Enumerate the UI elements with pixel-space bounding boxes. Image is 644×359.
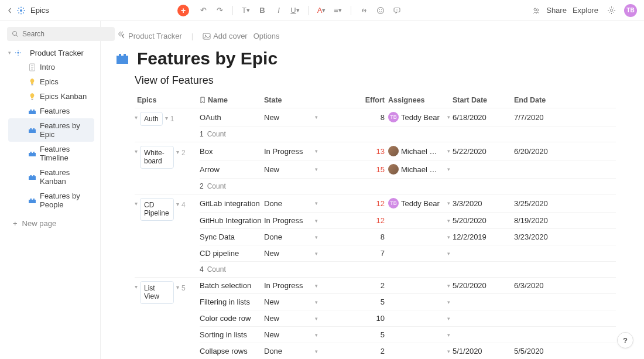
chevron-down-icon[interactable]: ▾ <box>315 316 318 322</box>
comment-icon[interactable] <box>390 4 404 18</box>
cell-state[interactable]: Done▾ <box>264 233 323 241</box>
chevron-down-icon[interactable]: ▾ <box>447 200 450 206</box>
table-row[interactable]: Batch selectionIn Progress▾2▾5/20/20206/… <box>200 278 616 294</box>
collapse-group-icon[interactable]: ▾ <box>135 112 138 121</box>
redo-icon[interactable]: ↷ <box>213 4 227 18</box>
add-button[interactable]: + <box>177 5 189 16</box>
chevron-down-icon[interactable]: ▾ <box>447 316 450 322</box>
table-row[interactable]: GitHub IntegrationIn Progress▾12▾5/20/20… <box>200 213 616 229</box>
text-style-dropdown[interactable]: T ▾ <box>239 4 253 18</box>
table-row[interactable]: Sorting in listsNew▾5▾ <box>200 327 616 343</box>
table-row[interactable]: OAuthNew▾8TBTeddy Bear▾6/18/20207/7/2020 <box>200 108 616 126</box>
sidebar-item-features-kanban[interactable]: Features Kanban <box>8 165 94 189</box>
undo-icon[interactable]: ↶ <box>196 4 210 18</box>
chevron-down-icon[interactable]: ▾ <box>315 218 318 224</box>
chevron-down-icon[interactable]: ▾ <box>315 251 318 257</box>
table-row[interactable]: Collapse rowsDone▾2▾5/1/20205/5/2020 <box>200 343 616 359</box>
col-epics[interactable]: Epics <box>135 96 200 104</box>
explore-button[interactable]: Explore <box>573 6 598 15</box>
chevron-down-icon[interactable]: ▾ <box>315 348 318 354</box>
cell-assignees[interactable]: Michael Du…▾ <box>388 146 453 156</box>
cell-state[interactable]: New▾ <box>264 113 323 122</box>
new-page-button[interactable]: + New page <box>2 214 98 233</box>
table-row[interactable]: Color code rowNew▾10▾ <box>200 310 616 327</box>
cell-state[interactable]: New▾ <box>264 298 323 306</box>
chevron-down-icon[interactable]: ▾ <box>315 299 318 305</box>
options-button[interactable]: Options <box>254 32 280 40</box>
cell-state[interactable]: In Progress▾ <box>264 216 323 225</box>
user-avatar[interactable]: TB <box>624 4 637 17</box>
col-start[interactable]: Start Date <box>453 96 514 104</box>
epic-pill[interactable]: White-board <box>140 146 174 169</box>
cell-state[interactable]: New▾ <box>264 165 323 174</box>
table-row[interactable]: CD pipelineNew▾7▾ <box>200 245 616 262</box>
cell-state[interactable]: New▾ <box>264 249 323 258</box>
chevron-down-icon[interactable]: ▾ <box>447 348 450 354</box>
chevron-down-icon[interactable]: ▾ <box>315 332 318 338</box>
chevron-down-icon[interactable]: ▾ <box>447 332 450 338</box>
chevron-down-icon[interactable]: ▾ <box>315 283 318 289</box>
table-row[interactable]: BoxIn Progress▾13Michael Du…▾5/22/20206/… <box>200 142 616 160</box>
sidebar-item-epics[interactable]: Epics <box>8 74 94 89</box>
col-effort[interactable]: Effort <box>369 96 388 104</box>
search-input[interactable] <box>7 27 115 41</box>
add-cover-button[interactable]: Add cover <box>203 32 248 40</box>
emoji-icon[interactable] <box>374 4 388 18</box>
col-state[interactable]: State <box>264 96 323 104</box>
chevron-down-icon[interactable]: ▾ <box>447 251 450 257</box>
breadcrumb-back[interactable]: Product Tracker <box>121 32 182 40</box>
cell-state[interactable]: In Progress▾ <box>264 147 323 156</box>
gear-icon[interactable] <box>604 4 618 18</box>
table-row[interactable]: GitLab integrationDone▾12TBTeddy Bear▾3/… <box>200 194 616 213</box>
chevron-down-icon[interactable]: ▾ <box>447 299 450 305</box>
col-assignees[interactable]: Assignees <box>388 96 453 104</box>
chevron-down-icon[interactable]: ▾ <box>315 114 318 120</box>
sidebar-item-epics-kanban[interactable]: Epics Kanban <box>8 89 94 104</box>
sidebar-item-features-by-epic[interactable]: Features by Epic <box>8 118 94 142</box>
epic-dropdown-icon[interactable]: ▾ <box>176 146 179 155</box>
underline-dropdown[interactable]: U ▾ <box>288 4 302 18</box>
italic-icon[interactable]: I <box>272 4 286 18</box>
chevron-down-icon[interactable]: ▾ <box>447 218 450 224</box>
cell-assignees[interactable]: TBTeddy Bear▾ <box>388 112 453 122</box>
chevron-down-icon[interactable]: ▾ <box>447 148 450 154</box>
collapse-group-icon[interactable]: ▾ <box>135 146 138 155</box>
epic-pill[interactable]: CD Pipeline <box>140 198 174 221</box>
sidebar-item-intro[interactable]: Intro <box>8 60 94 74</box>
table-row[interactable]: Filtering in listsNew▾5▾ <box>200 294 616 310</box>
collapse-group-icon[interactable]: ▾ <box>135 198 138 207</box>
epic-dropdown-icon[interactable]: ▾ <box>176 198 179 207</box>
chevron-down-icon[interactable]: ▾ <box>447 283 450 289</box>
cell-state[interactable]: New▾ <box>264 314 323 323</box>
collapse-group-icon[interactable]: ▾ <box>135 281 138 290</box>
chevron-down-icon[interactable]: ▾ <box>447 166 450 172</box>
text-color-dropdown[interactable]: A ▾ <box>314 4 328 18</box>
cell-state[interactable]: Done▾ <box>264 199 323 208</box>
epic-pill[interactable]: List View <box>140 281 174 304</box>
epic-dropdown-icon[interactable]: ▾ <box>176 281 179 290</box>
sidebar-item-features-by-people[interactable]: Features by People <box>8 189 94 212</box>
table-row[interactable]: ArrowNew▾15Michael Du…▾ <box>200 160 616 179</box>
cell-state[interactable]: New▾ <box>264 330 323 339</box>
back-icon[interactable] <box>7 8 13 13</box>
chevron-down-icon[interactable]: ▾ <box>315 148 318 154</box>
cell-assignees[interactable]: TBTeddy Bear▾ <box>388 198 453 208</box>
share-button[interactable]: Share <box>546 6 567 15</box>
breadcrumb[interactable]: Epics <box>30 6 49 15</box>
col-end[interactable]: End Date <box>514 96 567 104</box>
cell-assignees[interactable]: Michael Du…▾ <box>388 164 453 175</box>
epic-dropdown-icon[interactable]: ▾ <box>165 112 168 121</box>
help-button[interactable]: ? <box>617 332 633 348</box>
sidebar-item-features[interactable]: Features <box>8 104 94 118</box>
chevron-down-icon[interactable]: ▾ <box>315 200 318 206</box>
chevron-down-icon[interactable]: ▾ <box>315 234 318 240</box>
chevron-down-icon[interactable]: ▾ <box>447 234 450 240</box>
cell-state[interactable]: Done▾ <box>264 347 323 355</box>
cell-state[interactable]: In Progress▾ <box>264 281 323 290</box>
col-name[interactable]: Name <box>200 96 264 104</box>
sidebar-root[interactable]: ▾ Product Tracker <box>5 46 98 60</box>
table-row[interactable]: Sync DataDone▾8▾12/2/20193/23/2020 <box>200 229 616 245</box>
epic-pill[interactable]: Auth <box>140 112 163 126</box>
align-dropdown[interactable]: ≡ ▾ <box>331 4 345 18</box>
bold-icon[interactable]: B <box>255 4 269 18</box>
